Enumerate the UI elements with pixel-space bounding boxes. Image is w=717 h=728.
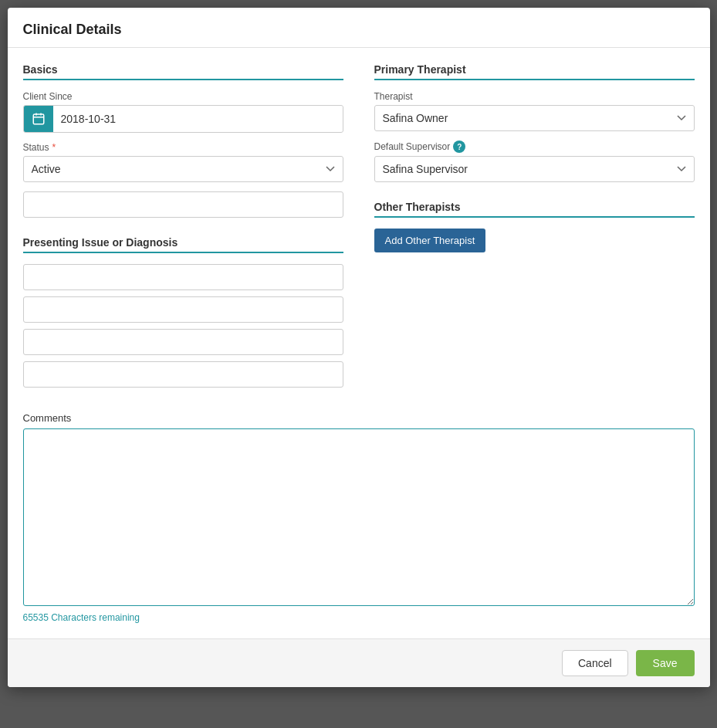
therapist-field: Therapist Safina Owner Other Therapist — [374, 91, 695, 131]
modal-body: Basics Client Since — [8, 48, 710, 638]
comments-textarea[interactable] — [23, 428, 695, 606]
status-field: Status* Active Inactive Waitlist Dischar… — [23, 142, 343, 182]
presenting-issue-title: Presenting Issue or Diagnosis — [23, 236, 343, 253]
right-column: Primary Therapist Therapist Safina Owner… — [374, 63, 695, 397]
cancel-button[interactable]: Cancel — [562, 650, 628, 676]
diagnosis-input-4[interactable] — [23, 361, 343, 388]
comments-section: Comments 65535 Characters remaining — [23, 412, 695, 623]
modal-header: Clinical Details — [8, 8, 710, 48]
extra-input-field — [23, 191, 343, 218]
diagnosis-input-3[interactable] — [23, 329, 343, 355]
calendar-button[interactable] — [24, 106, 53, 132]
client-since-field: Client Since — [23, 91, 343, 133]
status-select[interactable]: Active Inactive Waitlist Discharged — [23, 156, 343, 182]
modal-footer: Cancel Save — [8, 638, 710, 687]
client-since-label: Client Since — [23, 91, 343, 102]
two-column-layout: Basics Client Since — [23, 63, 695, 397]
supervisor-label: Default Supervisor ? — [374, 141, 695, 153]
modal-title: Clinical Details — [23, 22, 122, 37]
date-input-wrapper — [23, 105, 343, 133]
clinical-details-modal: Clinical Details Basics Client Since — [8, 8, 710, 687]
add-other-therapist-button[interactable]: Add Other Therapist — [374, 229, 486, 252]
required-star: * — [52, 142, 56, 153]
status-label: Status* — [23, 142, 343, 153]
basics-section-title: Basics — [23, 63, 343, 80]
supervisor-field: Default Supervisor ? Safina Supervisor O… — [374, 141, 695, 182]
help-icon[interactable]: ? — [453, 141, 465, 153]
other-therapists-title: Other Therapists — [374, 201, 695, 218]
primary-therapist-section-title: Primary Therapist — [374, 63, 695, 80]
left-column: Basics Client Since — [23, 63, 343, 397]
therapist-select[interactable]: Safina Owner Other Therapist — [374, 105, 695, 131]
char-remaining: 65535 Characters remaining — [23, 612, 695, 623]
svg-rect-0 — [33, 114, 44, 124]
extra-input[interactable] — [23, 191, 343, 218]
calendar-icon — [32, 112, 46, 126]
client-since-input[interactable] — [53, 107, 343, 131]
modal-overlay: Clinical Details Basics Client Since — [0, 0, 717, 728]
diagnosis-inputs — [23, 264, 343, 388]
diagnosis-input-2[interactable] — [23, 296, 343, 323]
comments-label: Comments — [23, 412, 695, 424]
diagnosis-input-1[interactable] — [23, 264, 343, 290]
presenting-issue-section: Presenting Issue or Diagnosis — [23, 236, 343, 388]
therapist-label: Therapist — [374, 91, 695, 102]
other-therapists-section: Other Therapists Add Other Therapist — [374, 201, 695, 252]
supervisor-select[interactable]: Safina Supervisor Other Supervisor — [374, 156, 695, 182]
save-button[interactable]: Save — [636, 650, 695, 676]
